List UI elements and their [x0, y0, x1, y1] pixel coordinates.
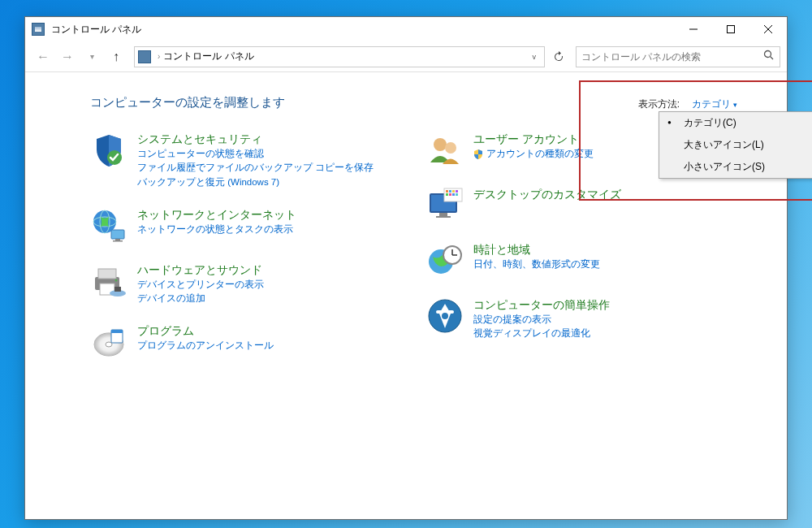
sub-link[interactable]: バックアップと復元 (Windows 7) [137, 175, 374, 189]
ease-of-access-icon [426, 297, 464, 335]
up-button[interactable]: ↑ [105, 45, 127, 68]
control-panel-icon [32, 23, 45, 36]
disc-icon [90, 323, 127, 361]
svg-point-16 [115, 279, 118, 281]
svg-rect-31 [446, 190, 448, 193]
sub-link[interactable]: コンピューターの状態を確認 [137, 147, 374, 161]
category-ease: コンピューターの簡単操作 設定の提案の表示 視覚ディスプレイの最適化 [426, 297, 738, 341]
back-button[interactable]: ← [32, 45, 54, 68]
category-network: ネットワークとインターネット ネットワークの状態とタスクの表示 [90, 207, 402, 245]
category-programs: プログラム プログラムのアンインストール [90, 323, 402, 361]
shield-icon [90, 132, 127, 169]
sub-link[interactable]: プログラムのアンインストール [137, 339, 274, 353]
category-title[interactable]: デスクトップのカスタマイズ [473, 188, 621, 201]
svg-rect-14 [98, 269, 116, 279]
uac-shield-icon [473, 149, 483, 159]
svg-rect-37 [452, 193, 455, 196]
titlebar: コントロール パネル [25, 17, 787, 41]
menu-item-category[interactable]: カテゴリ(C) [659, 112, 812, 134]
svg-rect-38 [456, 193, 458, 196]
breadcrumb-dropdown-icon[interactable]: v [528, 53, 542, 61]
category-title[interactable]: ネットワークとインターネット [137, 208, 296, 221]
svg-rect-23 [111, 330, 123, 333]
svg-point-4 [765, 50, 771, 57]
svg-line-5 [771, 56, 774, 59]
sub-link[interactable]: 設定の提案の表示 [473, 313, 610, 327]
window: コントロール パネル ← → ▾ ↑ › コントロール パネル v コン [24, 16, 788, 520]
search-box[interactable] [576, 46, 780, 67]
search-input[interactable] [581, 51, 763, 63]
category-columns: システムとセキュリティ コンピューターの状態を確認 ファイル履歴でファイルのバッ… [90, 132, 738, 379]
category-hardware: ハードウェアとサウンド デバイスとプリンターの表示 デバイスの追加 [90, 262, 402, 306]
left-column: システムとセキュリティ コンピューターの状態を確認 ファイル履歴でファイルのバッ… [90, 132, 402, 379]
svg-rect-28 [439, 213, 447, 216]
svg-point-45 [442, 313, 448, 319]
category-desktop: デスクトップのカスタマイズ [426, 187, 738, 224]
category-title[interactable]: コンピューターの簡単操作 [473, 298, 610, 311]
svg-rect-10 [111, 230, 124, 239]
category-title[interactable]: ユーザー アカウント [473, 132, 579, 145]
menu-item-large-icons[interactable]: 大きいアイコン(L) [659, 134, 812, 156]
forward-button[interactable]: → [56, 45, 79, 68]
sub-link[interactable]: デバイスとプリンターの表示 [137, 278, 264, 292]
svg-rect-36 [449, 193, 451, 196]
category-title[interactable]: システムとセキュリティ [137, 132, 262, 145]
maximize-button[interactable] [712, 17, 749, 41]
svg-rect-11 [115, 239, 120, 240]
clock-globe-icon [426, 242, 464, 279]
category-title[interactable]: プログラム [137, 324, 194, 337]
search-icon[interactable] [763, 50, 775, 64]
users-icon [426, 132, 464, 169]
address-box[interactable]: › コントロール パネル v [134, 46, 545, 67]
window-title: コントロール パネル [51, 23, 675, 37]
minimize-button[interactable] [675, 17, 712, 41]
svg-rect-34 [456, 190, 458, 193]
svg-rect-12 [113, 240, 123, 242]
menu-item-small-icons[interactable]: 小さいアイコン(S) [659, 156, 812, 178]
svg-rect-32 [449, 190, 451, 193]
svg-rect-35 [446, 193, 448, 196]
sub-link[interactable]: ネットワークの状態とタスクの表示 [137, 223, 296, 236]
breadcrumb[interactable]: コントロール パネル [163, 50, 253, 63]
svg-rect-18 [114, 287, 121, 292]
category-title[interactable]: ハードウェアとサウンド [137, 263, 262, 276]
sub-link[interactable]: アカウントの種類の変更 [473, 147, 594, 161]
breadcrumb-separator: › [158, 52, 160, 61]
refresh-button[interactable] [546, 51, 571, 63]
svg-rect-29 [436, 216, 451, 218]
svg-rect-1 [728, 26, 735, 33]
svg-rect-33 [452, 190, 455, 193]
monitor-icon [426, 187, 464, 224]
category-security: システムとセキュリティ コンピューターの状態を確認 ファイル履歴でファイルのバッ… [90, 132, 402, 189]
category-title[interactable]: 時計と地域 [473, 243, 530, 256]
svg-point-24 [434, 138, 447, 151]
view-by-label: 表示方法: [638, 97, 680, 111]
close-button[interactable] [749, 17, 787, 41]
address-bar: ← → ▾ ↑ › コントロール パネル v [25, 41, 787, 72]
category-clock: 時計と地域 日付、時刻、数値形式の変更 [426, 242, 738, 279]
view-by-menu: カテゴリ(C) 大きいアイコン(L) 小さいアイコン(S) [659, 111, 812, 179]
sub-link[interactable]: 日付、時刻、数値形式の変更 [473, 258, 600, 271]
svg-point-25 [445, 142, 456, 154]
globe-icon [90, 207, 127, 245]
printer-icon [90, 262, 127, 300]
recent-button[interactable]: ▾ [80, 45, 103, 68]
sub-link[interactable]: ファイル履歴でファイルのバックアップ コピーを保存 [137, 161, 374, 175]
window-controls [675, 17, 787, 41]
content-area: コンピューターの設定を調整します 表示方法: カテゴリ カテゴリ(C) 大きいア… [25, 72, 787, 395]
sub-link[interactable]: 視覚ディスプレイの最適化 [473, 327, 610, 340]
sub-link[interactable]: デバイスの追加 [137, 292, 264, 305]
control-panel-icon [138, 50, 151, 63]
